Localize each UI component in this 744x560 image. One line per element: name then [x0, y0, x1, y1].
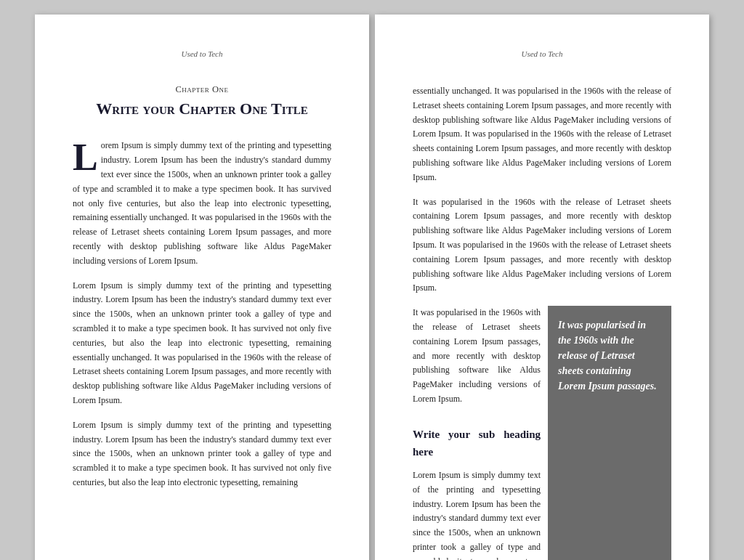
subheading: Write your sub heading here — [413, 426, 541, 462]
pages-container: Used to Tech Chapter One Write your Chap… — [20, 0, 724, 560]
chapter-title: Write your Chapter One Title — [73, 100, 331, 118]
pullquote-box: It was popularised in the 1960s with the… — [548, 306, 671, 560]
para-bottom-split-left: Lorem Ipsum is simply dummy text of the … — [413, 468, 541, 560]
left-page: Used to Tech Chapter One Write your Chap… — [35, 15, 369, 560]
right-page: Used to Tech essentially unchanged. It w… — [375, 15, 709, 560]
pullquote-container: It was popularised in the 1960s with the… — [413, 306, 671, 560]
left-para-2: Lorem Ipsum is simply dummy text of the … — [73, 279, 331, 408]
right-para-2: It was popularised in the 1960s with the… — [413, 195, 671, 296]
right-header: Used to Tech — [413, 49, 671, 58]
chapter-label: Chapter One — [73, 84, 331, 95]
pullquote-text-left: It was popularised in the 1960s with the… — [413, 306, 548, 560]
pullquote-text-before: It was popularised in the 1960s with the… — [413, 306, 541, 407]
right-para-1: essentially unchanged. It was popularise… — [413, 84, 671, 185]
left-header: Used to Tech — [73, 49, 331, 58]
left-para-1: Lorem Ipsum is simply dummy text of the … — [73, 139, 331, 268]
left-para-3: Lorem Ipsum is simply dummy text of the … — [73, 418, 331, 490]
